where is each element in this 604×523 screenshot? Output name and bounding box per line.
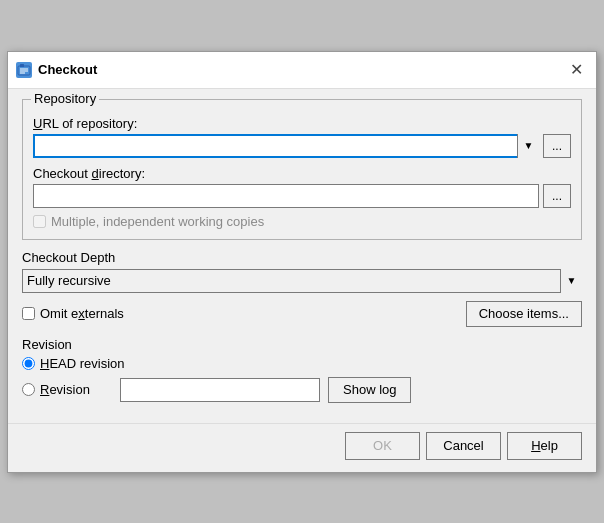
url-dropdown-arrow[interactable]: ▼ xyxy=(517,134,539,158)
multiple-copies-checkbox[interactable] xyxy=(33,215,46,228)
checkout-depth-label: Checkout Depth xyxy=(22,250,582,265)
help-button[interactable]: Help xyxy=(507,432,582,460)
url-label: URL of repository: xyxy=(33,116,571,131)
options-row: Omit externals Choose items... xyxy=(22,301,582,327)
svg-rect-1 xyxy=(20,64,24,67)
checkout-depth-section: Checkout Depth Fully recursive Immediate… xyxy=(22,250,582,327)
close-button[interactable]: ✕ xyxy=(564,58,588,82)
url-input[interactable] xyxy=(33,134,539,158)
multiple-copies-row: Multiple, independent working copies xyxy=(33,214,571,229)
dialog-body: Repository URL of repository: ▼ ... Chec… xyxy=(8,89,596,423)
omit-externals-label: Omit externals xyxy=(40,306,124,321)
ok-button[interactable]: OK xyxy=(345,432,420,460)
url-row: ▼ ... xyxy=(33,134,571,158)
revision-radio-label-wrapper: Revision xyxy=(22,382,112,397)
revision-specific-row: Revision Show log xyxy=(22,377,582,403)
depth-select-wrapper: Fully recursive Immediate children Only … xyxy=(22,269,582,293)
dialog-title: Checkout xyxy=(38,62,564,77)
choose-items-button[interactable]: Choose items... xyxy=(466,301,582,327)
cancel-button[interactable]: Cancel xyxy=(426,432,501,460)
dialog-icon xyxy=(16,62,32,78)
head-revision-radio[interactable] xyxy=(22,357,35,370)
url-combo-wrapper: ▼ xyxy=(33,134,539,158)
depth-select[interactable]: Fully recursive Immediate children Only … xyxy=(22,269,582,293)
url-browse-button[interactable]: ... xyxy=(543,134,571,158)
head-revision-label: HEAD revision xyxy=(40,356,125,371)
footer: OK Cancel Help xyxy=(8,423,596,472)
title-bar: Checkout ✕ xyxy=(8,52,596,89)
show-log-button[interactable]: Show log xyxy=(328,377,411,403)
revision-section: Revision HEAD revision Revision Show log xyxy=(22,337,582,403)
checkout-dir-input[interactable] xyxy=(33,184,539,208)
repository-group-title: Repository xyxy=(31,91,99,106)
checkout-dir-row: ... xyxy=(33,184,571,208)
checkout-dialog: Checkout ✕ Repository URL of repository:… xyxy=(7,51,597,473)
specific-revision-label: Revision xyxy=(40,382,90,397)
revision-input[interactable] xyxy=(120,378,320,402)
multiple-copies-label: Multiple, independent working copies xyxy=(51,214,264,229)
checkout-dir-label: Checkout directory: xyxy=(33,166,571,181)
omit-externals-row: Omit externals xyxy=(22,306,124,321)
specific-revision-radio[interactable] xyxy=(22,383,35,396)
checkout-dir-browse-button[interactable]: ... xyxy=(543,184,571,208)
revision-section-title: Revision xyxy=(22,337,582,352)
omit-externals-checkbox[interactable] xyxy=(22,307,35,320)
repository-group: Repository URL of repository: ▼ ... Chec… xyxy=(22,99,582,240)
head-revision-row: HEAD revision xyxy=(22,356,582,371)
